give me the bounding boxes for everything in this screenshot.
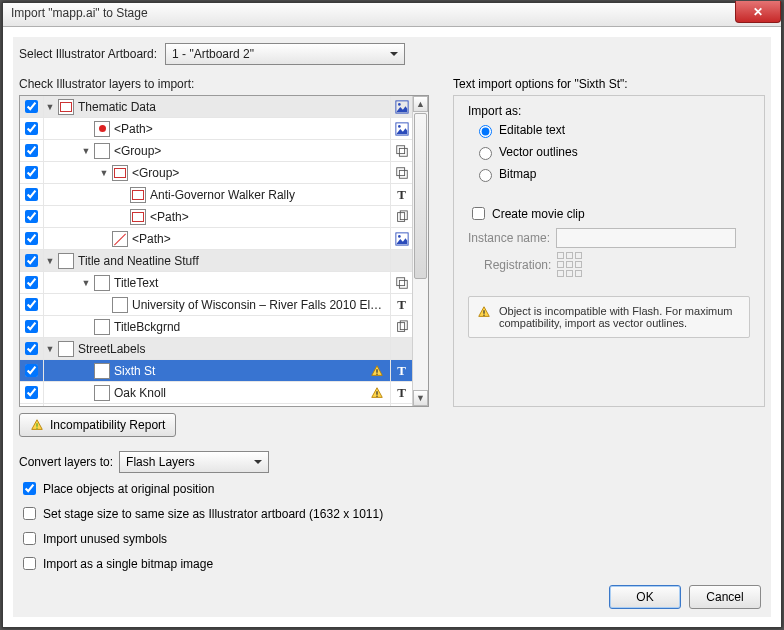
svg-rect-22 <box>36 423 37 427</box>
opt-unused-check[interactable] <box>23 532 36 545</box>
opt-single-bitmap[interactable]: Import as a single bitmap image <box>19 554 383 573</box>
row-checkbox[interactable] <box>25 166 38 179</box>
layer-tree-rows: ▼Thematic Data<Path>▼<Group>▼<Group>Anti… <box>20 96 412 406</box>
svg-rect-18 <box>376 391 377 395</box>
layer-type-icon <box>94 363 110 379</box>
expander-icon[interactable]: ▼ <box>98 167 110 179</box>
row-label: <Path> <box>114 122 386 136</box>
incompatibility-report-button[interactable]: Incompatibility Report <box>19 413 176 437</box>
expander-icon <box>80 365 92 377</box>
row-content: ▼TitleText <box>44 272 390 293</box>
create-movie-clip[interactable]: Create movie clip <box>468 204 585 223</box>
instance-name-field <box>556 228 736 248</box>
expander-icon[interactable]: ▼ <box>44 343 56 355</box>
warning-icon <box>477 305 491 319</box>
row-checkbox[interactable] <box>25 342 38 355</box>
row-checkbox[interactable] <box>25 320 38 333</box>
tree-row[interactable]: ▼Thematic Data <box>20 96 412 118</box>
expander-icon[interactable]: ▼ <box>44 101 56 113</box>
convert-selected: Flash Layers <box>126 455 195 469</box>
dialog-window: Import "mapp.ai" to Stage ✕ Select Illus… <box>2 2 782 628</box>
scroll-down-arrow[interactable]: ▼ <box>413 390 428 406</box>
radio-editable-text-input[interactable] <box>479 125 492 138</box>
scroll-thumb[interactable] <box>414 113 427 279</box>
radio-bitmap-input[interactable] <box>479 169 492 182</box>
import-as-radios: Editable text Vector outlines Bitmap <box>474 122 578 182</box>
row-checkbox[interactable] <box>25 254 38 267</box>
row-label: <Group> <box>114 144 386 158</box>
registration-grid <box>557 252 582 277</box>
row-checkbox-cell <box>20 96 44 117</box>
row-type-icon <box>390 338 412 359</box>
radio-editable-text[interactable]: Editable text <box>474 122 578 138</box>
expander-icon <box>116 211 128 223</box>
tree-row[interactable]: ▼Title and Neatline Stuff <box>20 250 412 272</box>
tree-row[interactable]: Third StT <box>20 404 412 406</box>
row-label: Sixth St <box>114 364 368 378</box>
opt-set-stage-check[interactable] <box>23 507 36 520</box>
tree-row[interactable]: ▼<Group> <box>20 162 412 184</box>
expander-icon <box>116 189 128 201</box>
row-checkbox[interactable] <box>25 144 38 157</box>
row-checkbox-cell <box>20 294 44 315</box>
row-type-icon <box>390 206 412 227</box>
row-type-icon <box>390 228 412 249</box>
scroll-up-arrow[interactable]: ▲ <box>413 96 428 112</box>
opt-unused[interactable]: Import unused symbols <box>19 529 383 548</box>
row-checkbox[interactable] <box>25 210 38 223</box>
layer-type-icon <box>58 341 74 357</box>
create-movie-clip-check[interactable] <box>472 207 485 220</box>
tree-row[interactable]: ▼StreetLabels <box>20 338 412 360</box>
ok-button[interactable]: OK <box>609 585 681 609</box>
cancel-button[interactable]: Cancel <box>689 585 761 609</box>
tree-row[interactable]: TitleBckgrnd <box>20 316 412 338</box>
expander-icon[interactable]: ▼ <box>80 277 92 289</box>
radio-vector-outlines-input[interactable] <box>479 147 492 160</box>
row-checkbox[interactable] <box>25 386 38 399</box>
row-content: <Path> <box>44 228 390 249</box>
incompat-warning-text: Object is incompatible with Flash. For m… <box>499 305 733 329</box>
tree-row[interactable]: <Path> <box>20 228 412 250</box>
radio-bitmap[interactable]: Bitmap <box>474 166 578 182</box>
tree-row[interactable]: ▼TitleText <box>20 272 412 294</box>
warning-icon <box>30 418 44 432</box>
row-checkbox[interactable] <box>25 364 38 377</box>
tree-row[interactable]: Oak KnollT <box>20 382 412 404</box>
convert-dropdown[interactable]: Flash Layers <box>119 451 269 473</box>
row-type-icon <box>390 162 412 183</box>
convert-row: Convert layers to: Flash Layers <box>19 451 269 473</box>
radio-vector-outlines[interactable]: Vector outlines <box>474 144 578 160</box>
tree-row[interactable]: <Path> <box>20 206 412 228</box>
incompat-label: Incompatibility Report <box>50 418 165 432</box>
row-checkbox[interactable] <box>25 298 38 311</box>
artboard-dropdown[interactable]: 1 - "Artboard 2" <box>165 43 405 65</box>
row-content: ▼Title and Neatline Stuff <box>44 250 390 271</box>
opt-place-original-check[interactable] <box>23 482 36 495</box>
row-checkbox[interactable] <box>25 122 38 135</box>
opt-set-stage[interactable]: Set stage size to same size as Illustrat… <box>19 504 383 523</box>
row-checkbox[interactable] <box>25 232 38 245</box>
expander-icon[interactable]: ▼ <box>44 255 56 267</box>
row-checkbox[interactable] <box>25 188 38 201</box>
row-checkbox-cell <box>20 206 44 227</box>
incompat-warning-box: Object is incompatible with Flash. For m… <box>468 296 750 338</box>
svg-point-1 <box>398 103 401 106</box>
tree-row[interactable]: Sixth StT <box>20 360 412 382</box>
row-content: ▼Thematic Data <box>44 96 390 117</box>
tree-scrollbar[interactable]: ▲ ▼ <box>412 96 428 406</box>
expander-icon[interactable]: ▼ <box>80 145 92 157</box>
expander-icon <box>98 233 110 245</box>
row-checkbox-cell <box>20 162 44 183</box>
tree-row[interactable]: ▼<Group> <box>20 140 412 162</box>
opt-single-bitmap-check[interactable] <box>23 557 36 570</box>
row-checkbox[interactable] <box>25 276 38 289</box>
tree-row[interactable]: Anti-Governor Walker RallyT <box>20 184 412 206</box>
scroll-track[interactable] <box>413 113 428 389</box>
tree-row[interactable]: <Path> <box>20 118 412 140</box>
close-button[interactable]: ✕ <box>735 1 781 23</box>
row-checkbox[interactable] <box>25 100 38 113</box>
tree-row[interactable]: University of Wisconsin – River Falls 20… <box>20 294 412 316</box>
svg-rect-6 <box>396 167 404 175</box>
artboard-label: Select Illustrator Artboard: <box>19 47 157 61</box>
opt-place-original[interactable]: Place objects at original position <box>19 479 383 498</box>
